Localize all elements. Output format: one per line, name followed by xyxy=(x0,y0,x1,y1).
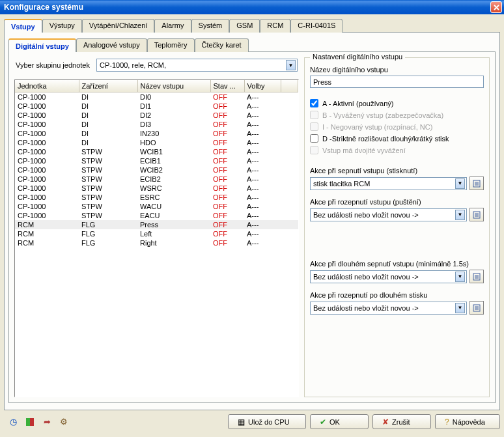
cell-u: CP-1000 xyxy=(15,184,79,193)
cell-s: OFF xyxy=(210,102,244,111)
checkbox-row: Vstup má dvojité vyvážení xyxy=(310,146,484,154)
table-row[interactable]: RCMFLGLeftOFFA--- xyxy=(15,229,298,238)
table-row[interactable]: CP-1000STPWWACUOFFA--- xyxy=(15,202,298,211)
checkbox[interactable] xyxy=(310,134,318,143)
cell-u: CP-1000 xyxy=(15,165,79,175)
cancel-button[interactable]: ✘ Zrušit xyxy=(372,414,431,429)
cell-u: CP-1000 xyxy=(15,129,79,138)
action-long-open-combo[interactable]: Bez události nebo vložit novou -> ▼ xyxy=(310,302,467,315)
tab-vyt-p-n-chlazen-[interactable]: Vytápění/Chlazení xyxy=(82,19,154,33)
subtab--te-ky-karet[interactable]: Čtečky karet xyxy=(195,38,249,52)
cell-n: Left xyxy=(137,229,210,238)
table-row[interactable]: CP-1000DIDI1OFFA--- xyxy=(15,102,298,111)
table-row[interactable]: CP-1000DIDI2OFFA--- xyxy=(15,111,298,120)
save-cpu-button[interactable]: ▦ Ulož do CPU xyxy=(228,414,306,429)
tab-c-ri-0401s[interactable]: C-RI-0401S xyxy=(290,19,343,33)
checkbox[interactable] xyxy=(310,99,318,107)
column-header[interactable]: Stav ... xyxy=(210,80,244,92)
cell-s: OFF xyxy=(210,211,244,220)
table-row[interactable]: CP-1000STPWEACUOFFA--- xyxy=(15,211,298,220)
ok-button[interactable]: ✔ OK xyxy=(310,414,369,429)
checkbox-row[interactable]: A - Aktivní (používaný) xyxy=(310,99,484,107)
action-long-close-combo[interactable]: Bez události nebo vložit novou -> ▼ xyxy=(310,270,467,283)
action-close-combo[interactable]: stisk tlacitka RCM ▼ xyxy=(310,177,467,190)
tab-alarmy[interactable]: Alarmy xyxy=(154,19,191,33)
chevron-down-icon[interactable]: ▼ xyxy=(455,303,465,313)
table-row[interactable]: CP-1000DIDI3OFFA--- xyxy=(15,120,298,129)
cell-s: OFF xyxy=(210,229,244,238)
cell-u: CP-1000 xyxy=(15,92,79,102)
cell-v: A--- xyxy=(244,129,281,138)
table-row[interactable]: CP-1000DIIN230OFFA--- xyxy=(15,129,298,138)
column-header[interactable]: Jednotka xyxy=(15,80,79,92)
cell-d: DI xyxy=(79,129,137,138)
cell-s: OFF xyxy=(210,92,244,102)
cell-d: STPW xyxy=(79,184,137,193)
cell-d: STPW xyxy=(79,202,137,211)
cell-v: A--- xyxy=(244,238,281,247)
chevron-down-icon[interactable]: ▼ xyxy=(455,210,465,220)
cell-d: STPW xyxy=(79,211,137,220)
check-icon: ✔ xyxy=(320,417,326,427)
action-open-edit-button[interactable] xyxy=(469,208,484,221)
inputs-table[interactable]: JednotkaZařízeníNázev vstupuStav ...Volb… xyxy=(15,80,298,247)
tab-rcm[interactable]: RCM xyxy=(260,19,290,33)
tab-v-stupy[interactable]: Výstupy xyxy=(42,19,82,33)
clock-icon[interactable]: ◷ xyxy=(8,417,18,427)
table-row[interactable]: CP-1000STPWECIB1OFFA--- xyxy=(15,156,298,165)
tab-gsm[interactable]: GSM xyxy=(229,19,260,33)
cell-v: A--- xyxy=(244,156,281,165)
tool-icon[interactable]: ⚙ xyxy=(59,417,69,427)
action-long-open-edit-button[interactable] xyxy=(469,301,484,315)
table-row[interactable]: CP-1000STPWWSRCOFFA--- xyxy=(15,184,298,193)
tab-vstupy[interactable]: Vstupy xyxy=(4,19,42,33)
help-button[interactable]: ? Nápověda xyxy=(435,414,500,429)
chevron-down-icon[interactable]: ▼ xyxy=(455,178,465,189)
cell-v: A--- xyxy=(244,175,281,184)
table-row[interactable]: RCMFLGRightOFFA--- xyxy=(15,238,298,247)
checkbox-row: B - Vyvážený vstup (zabezpečovačka) xyxy=(310,111,484,119)
table-row[interactable]: CP-1000DIHDOOFFA--- xyxy=(15,138,298,147)
action-open-combo[interactable]: Bez události nebo vložit novou -> ▼ xyxy=(310,208,467,221)
table-row[interactable]: RCMFLGPressOFFA--- xyxy=(15,220,298,229)
chevron-down-icon[interactable]: ▼ xyxy=(455,272,465,282)
cell-n: ECIB1 xyxy=(137,156,210,165)
subtab-analogov-vstupy[interactable]: Analogové vstupy xyxy=(76,38,147,52)
inputs-table-wrap: JednotkaZařízeníNázev vstupuStav ...Volb… xyxy=(14,79,299,397)
cell-n: IN230 xyxy=(137,129,210,138)
cell-s: OFF xyxy=(210,120,244,129)
subtab-teplom-ry[interactable]: Teploměry xyxy=(147,38,195,52)
table-row[interactable]: CP-1000STPWESRCOFFA--- xyxy=(15,193,298,202)
cell-d: STPW xyxy=(79,165,137,175)
cell-n: ESRC xyxy=(137,193,210,202)
table-row[interactable]: CP-1000STPWECIB2OFFA--- xyxy=(15,175,298,184)
cell-d: DI xyxy=(79,111,137,120)
subtab-digit-ln-vstupy[interactable]: Digitální vstupy xyxy=(8,38,76,52)
unit-group-combo[interactable]: CP-1000, rele, RCM, ▼ xyxy=(96,59,298,72)
export-icon[interactable]: ➦ xyxy=(42,417,52,427)
cell-u: CP-1000 xyxy=(15,147,79,156)
column-header[interactable]: Zařízení xyxy=(79,80,137,92)
input-name-field[interactable] xyxy=(310,76,484,88)
close-button[interactable] xyxy=(490,1,502,13)
flag-icon[interactable] xyxy=(25,417,35,427)
cell-v: A--- xyxy=(244,111,281,120)
cell-s: OFF xyxy=(210,165,244,175)
unit-group-row: Vyber skupinu jednotek CP-1000, rele, RC… xyxy=(14,57,299,73)
cell-s: OFF xyxy=(210,175,244,184)
column-header[interactable]: Název vstupu xyxy=(137,80,210,92)
right-column: Nastavení digitálního vstupu Název digit… xyxy=(304,57,490,397)
checkbox-row[interactable]: D -Striktně rozlišovat dlouhý/krátký sti… xyxy=(310,134,484,143)
titlebar: Konfigurace systému xyxy=(0,0,504,14)
footer-toolbar: ◷ ➦ ⚙ xyxy=(4,417,69,427)
table-row[interactable]: CP-1000DIDI0OFFA--- xyxy=(15,92,298,102)
tab-syst-m[interactable]: Systém xyxy=(191,19,230,33)
cell-u: CP-1000 xyxy=(15,175,79,184)
action-close-edit-button[interactable] xyxy=(469,176,484,190)
chevron-down-icon[interactable]: ▼ xyxy=(286,60,296,70)
action-long-close-edit-button[interactable] xyxy=(469,270,484,283)
cell-s: OFF xyxy=(210,111,244,120)
column-header[interactable]: Volby xyxy=(244,80,281,92)
table-row[interactable]: CP-1000STPWWCIB2OFFA--- xyxy=(15,165,298,175)
table-row[interactable]: CP-1000STPWWCIB1OFFA--- xyxy=(15,147,298,156)
